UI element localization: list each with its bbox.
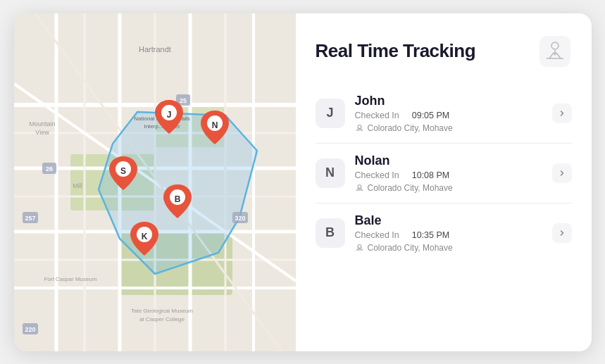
chevron-btn-bale[interactable]: [552, 223, 572, 243]
person-location-john: Colorado City, Mohave: [355, 123, 542, 133]
svg-text:K: K: [141, 232, 147, 241]
status-label-nolan: Checked In: [355, 170, 399, 180]
person-name-bale: Bale: [355, 213, 542, 228]
avatar-nolan: N: [316, 158, 345, 188]
person-status-row-bale: Checked In 10:35 PM: [355, 230, 542, 240]
status-time-john: 09:05 PM: [412, 111, 450, 120]
location-text-nolan: Colorado City, Mohave: [368, 183, 453, 193]
svg-text:View: View: [35, 129, 49, 136]
person-location-bale: Colorado City, Mohave: [355, 243, 542, 253]
status-time-bale: 10:35 PM: [412, 230, 450, 240]
chevron-btn-nolan[interactable]: [552, 163, 572, 183]
svg-text:N: N: [211, 120, 218, 130]
map-panel: Hartrandt Mountain View Mill Fort Caspar…: [14, 13, 296, 351]
status-label-john: Checked In: [355, 111, 399, 120]
map-svg: Hartrandt Mountain View Mill Fort Caspar…: [14, 13, 296, 351]
status-label-bale: Checked In: [355, 230, 399, 240]
map-header-icon: [538, 34, 572, 68]
svg-text:220: 220: [25, 326, 35, 333]
panel-title: Real Time Tracking: [316, 40, 476, 62]
person-row-nolan: N Nolan Checked In 10:08 PM Colorado Cit…: [316, 144, 572, 203]
person-location-nolan: Colorado City, Mohave: [355, 183, 542, 193]
main-card: Hartrandt Mountain View Mill Fort Caspar…: [14, 13, 592, 351]
person-info-john: John Checked In 09:05 PM Colorado City, …: [355, 94, 542, 133]
person-name-nolan: Nolan: [355, 153, 542, 168]
svg-text:320: 320: [235, 215, 245, 222]
person-row-bale: B Bale Checked In 10:35 PM Colorado City…: [316, 203, 572, 263]
person-name-john: John: [355, 94, 542, 108]
svg-text:Fort Caspar Museum: Fort Caspar Museum: [44, 276, 96, 282]
svg-text:Mill: Mill: [73, 182, 82, 189]
svg-text:B: B: [174, 194, 180, 204]
svg-text:S: S: [120, 166, 125, 176]
person-row-john: J John Checked In 09:05 PM Colorado City…: [316, 84, 572, 144]
person-status-row-john: Checked In 09:05 PM: [355, 111, 542, 120]
panel-header: Real Time Tracking: [316, 34, 572, 68]
location-text-bale: Colorado City, Mohave: [368, 243, 453, 253]
svg-text:25: 25: [179, 97, 186, 104]
person-info-bale: Bale Checked In 10:35 PM Colorado City, …: [355, 213, 542, 253]
svg-text:Hartrandt: Hartrandt: [139, 45, 171, 54]
svg-text:Mountain: Mountain: [29, 120, 55, 127]
tracking-panel: Real Time Tracking J John Chec: [296, 13, 592, 351]
svg-text:257: 257: [25, 215, 35, 222]
location-text-john: Colorado City, Mohave: [368, 123, 453, 133]
avatar-bale: B: [316, 218, 345, 248]
svg-text:26: 26: [45, 165, 52, 172]
svg-text:J: J: [166, 110, 171, 120]
chevron-btn-john[interactable]: [552, 103, 572, 123]
svg-text:at Casper College: at Casper College: [139, 316, 185, 322]
avatar-john: J: [316, 99, 345, 128]
svg-text:Tate Geological Museum: Tate Geological Museum: [130, 308, 192, 314]
person-info-nolan: Nolan Checked In 10:08 PM Colorado City,…: [355, 153, 542, 193]
status-time-nolan: 10:08 PM: [412, 170, 450, 180]
person-status-row-nolan: Checked In 10:08 PM: [355, 170, 542, 180]
